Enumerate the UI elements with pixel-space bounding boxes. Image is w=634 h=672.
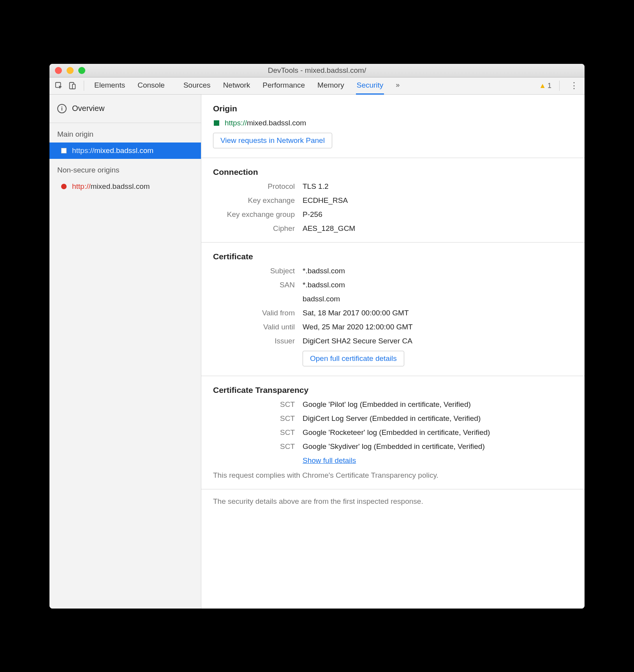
show-full-details-link[interactable]: Show full details	[303, 456, 356, 464]
label-subject: Subject	[213, 267, 295, 275]
value-cipher: AES_128_GCM	[303, 224, 573, 233]
value-valid-from: Sat, 18 Mar 2017 00:00:00 GMT	[303, 309, 573, 317]
value-sct-0: Google 'Pilot' log (Embedded in certific…	[303, 400, 573, 409]
tab-security[interactable]: Security	[356, 77, 384, 95]
devtools-window: DevTools - mixed.badssl.com/ Elements Co…	[49, 64, 585, 609]
toolbar-separator	[559, 81, 560, 91]
label-sct: SCT	[213, 442, 295, 451]
value-key-exchange-group: P-256	[303, 210, 573, 219]
minimize-icon[interactable]	[67, 67, 74, 74]
kebab-menu-icon[interactable]: ⋮	[567, 81, 581, 91]
tab-performance[interactable]: Performance	[262, 77, 306, 95]
warning-icon: ▲	[539, 82, 546, 90]
ct-heading: Certificate Transparency	[213, 385, 573, 395]
titlebar: DevTools - mixed.badssl.com/	[49, 64, 585, 77]
panel-tabs: Elements Console Sources Network Perform…	[93, 77, 537, 95]
close-icon[interactable]	[55, 67, 62, 74]
value-valid-until: Wed, 25 Mar 2020 12:00:00 GMT	[303, 323, 573, 331]
secure-icon	[214, 120, 219, 126]
label-valid-from: Valid from	[213, 309, 295, 317]
overview-label: Overview	[72, 104, 104, 113]
origin-url: https://mixed.badssl.com	[214, 119, 573, 127]
sidebar: i Overview Main origin https://mixed.bad…	[49, 95, 201, 609]
toolbar-separator	[84, 81, 84, 91]
label-sct: SCT	[213, 414, 295, 423]
ct-compliance-note: This request complies with Chrome's Cert…	[213, 471, 573, 480]
tab-network[interactable]: Network	[222, 77, 251, 95]
main-panel: Origin https://mixed.badssl.com View req…	[201, 95, 585, 609]
warnings-badge[interactable]: ▲ 1	[539, 82, 551, 90]
traffic-lights	[55, 67, 85, 74]
label-cipher: Cipher	[213, 224, 295, 233]
sidebar-item-main-origin[interactable]: https://mixed.badssl.com	[49, 142, 201, 159]
security-state-icon	[61, 148, 67, 153]
label-sct: SCT	[213, 428, 295, 437]
value-sct-1: DigiCert Log Server (Embedded in certifi…	[303, 414, 573, 423]
value-subject: *.badssl.com	[303, 267, 573, 275]
label-protocol: Protocol	[213, 182, 295, 191]
footer-note: The security details above are from the …	[201, 489, 585, 514]
connection-heading: Connection	[213, 167, 573, 177]
origin-section: Origin https://mixed.badssl.com View req…	[201, 95, 585, 158]
value-protocol: TLS 1.2	[303, 182, 573, 191]
certificate-heading: Certificate	[213, 252, 573, 261]
window-title: DevTools - mixed.badssl.com/	[49, 66, 585, 75]
sidebar-group-nonsecure: Non-secure origins	[49, 159, 201, 178]
more-tabs-icon[interactable]: »	[395, 77, 400, 95]
toolbar: Elements Console Sources Network Perform…	[49, 77, 585, 95]
ct-section: Certificate Transparency SCT Google 'Pil…	[201, 376, 585, 489]
connection-section: Connection Protocol TLS 1.2 Key exchange…	[201, 158, 585, 243]
sidebar-item-nonsecure-origin[interactable]: http://mixed.badssl.com	[49, 178, 201, 195]
sidebar-overview[interactable]: i Overview	[49, 95, 201, 123]
origin-heading: Origin	[213, 104, 573, 113]
label-san: SAN	[213, 281, 295, 289]
value-san-2: badssl.com	[303, 295, 573, 303]
zoom-icon[interactable]	[78, 67, 85, 74]
tab-elements[interactable]: Elements	[93, 77, 126, 95]
tab-sources[interactable]: Sources	[183, 77, 211, 95]
certificate-section: Certificate Subject *.badssl.com SAN *.b…	[201, 243, 585, 376]
label-valid-until: Valid until	[213, 323, 295, 331]
open-cert-details-button[interactable]: Open full certificate details	[303, 351, 404, 366]
label-key-exchange: Key exchange	[213, 196, 295, 205]
value-issuer: DigiCert SHA2 Secure Server CA	[303, 337, 573, 345]
value-san-1: *.badssl.com	[303, 281, 573, 289]
label-issuer: Issuer	[213, 337, 295, 345]
value-sct-2: Google 'Rocketeer' log (Embedded in cert…	[303, 428, 573, 437]
sidebar-group-main-origin: Main origin	[49, 123, 201, 142]
insecure-icon	[61, 184, 67, 189]
tab-memory[interactable]: Memory	[317, 77, 345, 95]
label-sct: SCT	[213, 400, 295, 409]
view-requests-button[interactable]: View requests in Network Panel	[213, 133, 332, 148]
svg-rect-2	[72, 84, 75, 89]
inspect-element-icon[interactable]	[53, 80, 64, 91]
info-icon: i	[57, 104, 67, 113]
tab-console[interactable]: Console	[137, 77, 166, 95]
warning-count: 1	[548, 82, 551, 90]
value-sct-3: Google 'Skydiver' log (Embedded in certi…	[303, 442, 573, 451]
value-key-exchange: ECDHE_RSA	[303, 196, 573, 205]
device-toggle-icon[interactable]	[67, 80, 77, 91]
label-key-exchange-group: Key exchange group	[213, 210, 295, 219]
